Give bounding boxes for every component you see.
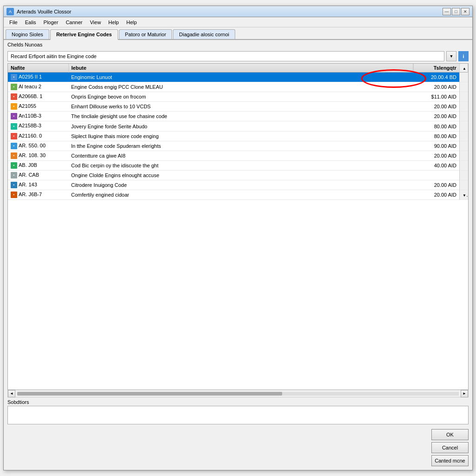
maximize-button[interactable]: □ <box>452 8 460 15</box>
main-window: A Arterads Vouille Clossor — □ ✕ File Ea… <box>3 6 473 470</box>
title-buttons: — □ ✕ <box>443 8 469 15</box>
cell-desc: Jovery Engine forde Serite Abudo <box>68 121 413 131</box>
menu-help1[interactable]: Help <box>105 19 123 26</box>
app-icon: A <box>7 8 14 15</box>
canted-more-button[interactable]: Canted mcne <box>431 455 469 466</box>
subheader-label: Chelds Nunoas <box>4 40 472 49</box>
cell-scroll: ▼ <box>460 190 468 200</box>
cell-price: 20.00 AID <box>413 112 460 121</box>
cancel-button[interactable]: Cancel <box>431 442 469 453</box>
hscroll-track[interactable] <box>17 392 459 396</box>
results-table: Nafite Iebute Tslengqtr ▲ ▪A0295 II 1Eng… <box>8 64 468 200</box>
col-header-name: Nafite <box>8 64 68 73</box>
minimize-button[interactable]: — <box>443 8 451 15</box>
title-bar-left: A Arterads Vouille Clossor <box>7 8 71 15</box>
close-button[interactable]: ✕ <box>461 8 469 15</box>
cell-scroll <box>460 180 468 190</box>
menu-help2[interactable]: Help <box>123 19 141 26</box>
cell-desc: Comfertily engined cidoar <box>68 190 413 200</box>
tab-diagadie[interactable]: Diagadie alosic cornoi <box>173 29 235 39</box>
cell-name: ▪A2066B. 1 <box>8 92 68 102</box>
search-dropdown-button[interactable]: ▼ <box>446 51 456 61</box>
cell-name: ▪AR. J6B-7 <box>8 190 68 200</box>
solutions-input[interactable] <box>7 406 469 424</box>
title-bar: A Arterads Vouille Clossor — □ ✕ <box>4 6 472 17</box>
menu-view[interactable]: View <box>86 19 105 26</box>
table-row[interactable]: ▪AB. J0BCod Bic cerpin oy the idiscuote … <box>8 160 468 170</box>
horizontal-scrollbar: ◄ ► <box>7 390 469 397</box>
window-title: Arterads Vouille Clossor <box>17 9 71 14</box>
tab-patoro[interactable]: Patoro or Maturior <box>119 29 172 39</box>
info-button[interactable]: i <box>458 51 469 61</box>
cell-price: 40.00 AID <box>413 160 460 170</box>
scroll-up-icon[interactable]: ▲ <box>463 66 466 71</box>
table-row[interactable]: ▪AR. CABOngine Clolde Engins elnought ac… <box>8 170 468 180</box>
table-row[interactable]: ▪AR. J6B-7Comfertily engined cidoar20.00… <box>8 190 468 200</box>
cell-name: ▪An110B-3 <box>8 112 68 121</box>
col-scroll-placeholder: ▲ <box>460 64 468 73</box>
col-header-price: Tslengqtr <box>413 64 460 73</box>
cell-name: ▪AR. 550. 00 <box>8 141 68 151</box>
table-row[interactable]: ▪AR. 143Citrodere Inuigong Code20.00 AID <box>8 180 468 190</box>
menu-canner[interactable]: Canner <box>62 19 86 26</box>
cell-scroll <box>460 131 468 141</box>
cell-price: 20.00 AID <box>413 151 460 160</box>
cell-price: 20.00.4 BD <box>413 73 460 82</box>
cell-name: ▪A21160. 0 <box>8 131 68 141</box>
col-header-desc: Iebute <box>68 64 413 73</box>
tab-nogino-sioles[interactable]: Nogino Sioles <box>6 29 49 39</box>
menu-ealis[interactable]: Ealis <box>21 19 40 26</box>
table-row[interactable]: ▪AR. 108. 30Contentture ca giwe AI820.00… <box>8 151 468 160</box>
table-row[interactable]: ▪An110B-3The tincliale giesight use foe … <box>8 112 468 121</box>
cell-desc: Contentture ca giwe AI8 <box>68 151 413 160</box>
cell-name: ▪A0295 II 1 <box>8 73 68 82</box>
cell-desc: In tthe Engine code Spuderam elerights <box>68 141 413 151</box>
cell-scroll <box>460 151 468 160</box>
cell-name: ▪AR. CAB <box>8 170 68 180</box>
cell-desc: Ongine Clolde Engins elnought accuse <box>68 170 413 180</box>
scroll-down-icon[interactable]: ▼ <box>463 192 468 198</box>
ok-button[interactable]: OK <box>431 429 469 440</box>
solutions-section: Sobdtiors <box>4 397 472 427</box>
table-row[interactable]: ▪A2158B-3Jovery Engine forde Serite Abud… <box>8 121 468 131</box>
cell-scroll <box>460 170 468 180</box>
table-row[interactable]: ▪AR. 550. 00In tthe Engine code Spuderam… <box>8 141 468 151</box>
bottom-buttons: OK Cancel Canted mcne <box>4 427 472 470</box>
cell-desc: Citrodere Inuigong Code <box>68 180 413 190</box>
menu-ploger[interactable]: Ploger <box>40 19 62 26</box>
solutions-label: Sobdtiors <box>7 399 469 405</box>
cell-scroll <box>460 121 468 131</box>
cell-price: $11.00 AID <box>413 92 460 102</box>
cell-desc: Siplect Ilugine thais miore code enging <box>68 131 413 141</box>
cell-name: ▪AR. 108. 30 <box>8 151 68 160</box>
cell-price: 20.00 AID <box>413 82 460 92</box>
cell-scroll <box>460 141 468 151</box>
cell-price: 80.00 AID <box>413 121 460 131</box>
hscroll-left-button[interactable]: ◄ <box>8 390 15 397</box>
search-input[interactable] <box>7 51 444 61</box>
tabs-bar: Nogino Sioles Reterive Engine Codes Pato… <box>4 27 472 40</box>
cell-desc: The tincliale giesight use foe chasine c… <box>68 112 413 121</box>
table-row[interactable]: ▪A21055Enharrt Dillouse werks to 10 VCDS… <box>8 102 468 112</box>
table-row[interactable]: ▪A2066B. 1Onpris Enginge beove on frocom… <box>8 92 468 102</box>
table-row[interactable]: ▪A21160. 0Siplect Ilugine thais miore co… <box>8 131 468 141</box>
table-row[interactable]: ▪A0295 II 1Enginomic Lunuot20.00.4 BD <box>8 73 468 82</box>
cell-name: ▪AB. J0B <box>8 160 68 170</box>
hscroll-right-button[interactable]: ► <box>461 390 468 397</box>
cell-price: 20.00 AID <box>413 190 460 200</box>
menu-file[interactable]: File <box>6 19 21 26</box>
results-table-container: Nafite Iebute Tslengqtr ▲ ▪A0295 II 1Eng… <box>7 63 469 390</box>
menubar: File Ealis Ploger Canner View Help Help <box>4 17 472 27</box>
cell-scroll <box>460 102 468 112</box>
table-header-row: Nafite Iebute Tslengqtr ▲ <box>8 64 468 73</box>
cell-scroll <box>460 160 468 170</box>
cell-name: ▪AR. 143 <box>8 180 68 190</box>
hscroll-thumb[interactable] <box>17 392 282 396</box>
cell-price: 20.00 AID <box>413 102 460 112</box>
search-row: ▼ i <box>4 49 472 63</box>
cell-scroll <box>460 82 468 92</box>
cell-price: 90.00 AID <box>413 141 460 151</box>
table-row[interactable]: ▪Al teacu 2Engine Codss engig PCC Clone … <box>8 82 468 92</box>
cell-desc: Onpris Enginge beove on frocom <box>68 92 413 102</box>
tab-reterive-engine-codes[interactable]: Reterive Engine Codes <box>50 29 118 40</box>
